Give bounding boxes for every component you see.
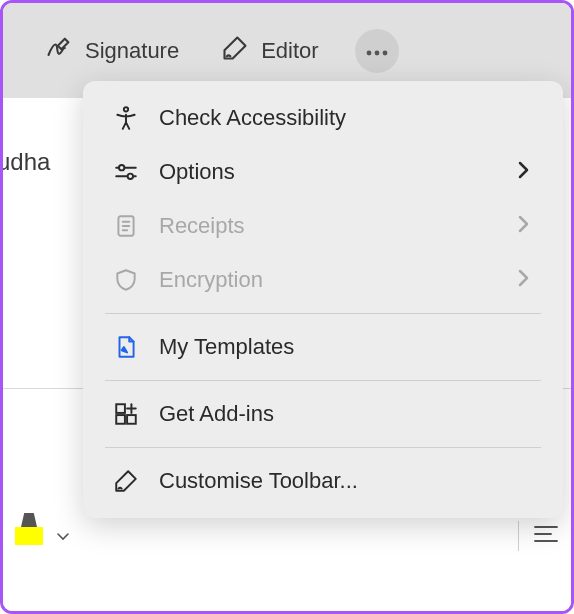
menu-customise-toolbar[interactable]: Customise Toolbar... bbox=[83, 454, 563, 508]
menu-label: Check Accessibility bbox=[159, 105, 535, 131]
menu-receipts: Receipts bbox=[83, 199, 563, 253]
sliders-icon bbox=[111, 159, 141, 185]
svg-point-8 bbox=[119, 165, 124, 170]
menu-encryption: Encryption bbox=[83, 253, 563, 307]
chevron-right-icon bbox=[517, 267, 535, 293]
menu-options[interactable]: Options bbox=[83, 145, 563, 199]
chevron-down-icon[interactable] bbox=[57, 527, 69, 545]
menu-separator bbox=[105, 380, 541, 381]
menu-separator bbox=[105, 447, 541, 448]
shield-icon bbox=[111, 267, 141, 293]
svg-point-6 bbox=[124, 107, 128, 111]
pencil-edit-icon bbox=[111, 468, 141, 494]
separator bbox=[518, 521, 519, 551]
menu-label: Get Add-ins bbox=[159, 401, 535, 427]
chevron-right-icon bbox=[517, 159, 535, 185]
templates-icon bbox=[111, 334, 141, 360]
menu-get-addins[interactable]: Get Add-ins bbox=[83, 387, 563, 441]
overflow-menu: Check Accessibility Options Receipts bbox=[83, 81, 563, 518]
more-button[interactable] bbox=[355, 29, 399, 73]
menu-separator bbox=[105, 313, 541, 314]
menu-label: My Templates bbox=[159, 334, 535, 360]
editor-label: Editor bbox=[261, 38, 318, 64]
signature-button[interactable]: Signature bbox=[33, 26, 191, 76]
chevron-right-icon bbox=[517, 213, 535, 239]
svg-point-2 bbox=[382, 50, 387, 55]
ellipsis-icon bbox=[366, 42, 388, 60]
svg-rect-17 bbox=[127, 415, 136, 424]
menu-label: Receipts bbox=[159, 213, 499, 239]
svg-point-10 bbox=[128, 174, 133, 179]
editor-icon bbox=[221, 34, 249, 68]
menu-check-accessibility[interactable]: Check Accessibility bbox=[83, 91, 563, 145]
editor-button[interactable]: Editor bbox=[209, 26, 330, 76]
highlight-icon[interactable] bbox=[15, 527, 43, 545]
paragraph-icon[interactable] bbox=[533, 524, 559, 548]
background-text-fragment: udha bbox=[0, 148, 50, 176]
menu-my-templates[interactable]: My Templates bbox=[83, 320, 563, 374]
addins-icon bbox=[111, 401, 141, 427]
svg-point-1 bbox=[374, 50, 379, 55]
menu-label: Options bbox=[159, 159, 499, 185]
signature-label: Signature bbox=[85, 38, 179, 64]
svg-rect-16 bbox=[116, 415, 125, 424]
svg-point-0 bbox=[366, 50, 371, 55]
menu-label: Encryption bbox=[159, 267, 499, 293]
signature-icon bbox=[45, 34, 73, 68]
svg-rect-15 bbox=[116, 404, 125, 413]
formatting-toolbar bbox=[15, 521, 559, 551]
menu-label: Customise Toolbar... bbox=[159, 468, 535, 494]
accessibility-icon bbox=[111, 105, 141, 131]
receipt-icon bbox=[111, 213, 141, 239]
